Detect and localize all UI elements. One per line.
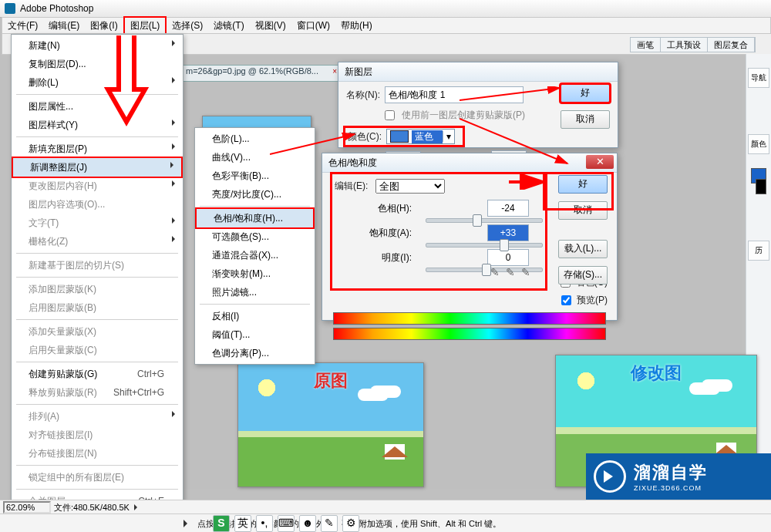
zoom-field[interactable]: 62.09% — [3, 501, 51, 513]
name-field[interactable] — [385, 86, 524, 103]
chevron-down-icon: ▾ — [443, 131, 454, 142]
menu-select[interactable]: 选择(S) — [167, 18, 208, 33]
panel-history[interactable]: 历 — [748, 241, 769, 261]
adjustment-submenu: 色阶(L)... 曲线(V)... 色彩平衡(B)... 亮度/对比度(C)..… — [194, 127, 315, 365]
dialog-title-bar[interactable]: 色相/饱和度 ✕ — [322, 153, 617, 173]
clip-label: 使用前一图层创建剪贴蒙版(P) — [402, 109, 525, 122]
adj-gradmap[interactable]: 渐变映射(M)... — [195, 264, 315, 283]
adj-posterize[interactable]: 色调分离(P)... — [195, 344, 315, 362]
chevron-right-icon — [172, 143, 178, 150]
separator — [200, 206, 310, 207]
eyedropper-plus-icon[interactable]: ✎ — [506, 266, 515, 278]
chevron-right-icon — [172, 120, 178, 126]
close-icon[interactable]: ✕ — [586, 155, 614, 169]
lm-enable-vmask: 启用矢量蒙版(C) — [12, 341, 183, 359]
clip-check[interactable] — [385, 110, 395, 120]
panel-tabs: 画笔 工具预设 图层复合 — [630, 37, 756, 52]
load-button[interactable]: 载入(L)... — [558, 240, 608, 258]
separator — [16, 465, 178, 466]
ok-button[interactable]: 好 — [558, 175, 608, 194]
document-close-icon[interactable]: × — [332, 67, 337, 76]
tip-bar: 点按以选择新的取样颜色的区域外框。要用附加选项，使用 Shift、Alt 和 C… — [0, 513, 771, 532]
app-title: Adobe Photoshop — [20, 3, 93, 14]
ime-s-icon[interactable]: S — [213, 515, 230, 532]
eyedropper-minus-icon[interactable]: ✎ — [521, 266, 530, 278]
chevron-right-icon[interactable] — [134, 504, 140, 510]
chevron-right-icon — [172, 40, 178, 46]
lig-value[interactable] — [487, 249, 529, 266]
play-icon — [594, 460, 626, 493]
lm-delete[interactable]: 删除(L) — [12, 73, 183, 92]
ok-button[interactable]: 好 — [561, 84, 610, 103]
lm-adjustment-layer[interactable]: 新调整图层(J) — [12, 157, 183, 178]
preview-label: 预览(P) — [577, 294, 608, 307]
lm-fill-layer[interactable]: 新填充图层(P) — [12, 140, 183, 158]
menu-edit[interactable]: 编辑(E) — [43, 18, 85, 33]
eyedropper-icon[interactable]: ✎ — [490, 266, 500, 278]
adj-hue-sat[interactable]: 色相/饱和度(H)... — [195, 207, 315, 229]
adj-brightcon[interactable]: 亮度/对比度(C)... — [195, 185, 315, 204]
preview-check[interactable] — [561, 295, 571, 305]
swatch-black[interactable] — [756, 179, 766, 194]
save-button[interactable]: 存储(S)... — [558, 266, 608, 285]
menu-view[interactable]: 视图(V) — [250, 18, 291, 33]
separator — [16, 319, 178, 320]
menu-file[interactable]: 文件(F) — [2, 18, 43, 33]
adj-threshold[interactable]: 阈值(T)... — [195, 325, 315, 344]
separator — [16, 404, 178, 405]
panel-navigator[interactable]: 导航 — [748, 68, 769, 88]
separator — [16, 489, 178, 490]
lm-duplicate[interactable]: 复制图层(D)... — [12, 55, 183, 73]
ime-tool-icon[interactable]: ✎ — [321, 515, 338, 532]
cancel-button[interactable]: 取消 — [561, 110, 610, 129]
lm-add-vmask: 添加矢量蒙版(X) — [12, 322, 183, 341]
lm-create-clip[interactable]: 创建剪贴蒙版(G)Ctrl+G — [12, 365, 183, 383]
lm-style[interactable]: 图层样式(Y) — [12, 116, 183, 134]
adj-selective[interactable]: 可选颜色(S)... — [195, 227, 315, 246]
layer-menu: 新建(N) 复制图层(D)... 删除(L) 图层属性... 图层样式(Y) 新… — [11, 34, 183, 532]
hue-value[interactable] — [487, 200, 529, 217]
tab-layer-comps[interactable]: 图层复合 — [708, 38, 755, 52]
ime-lang-icon[interactable]: 英 — [234, 515, 251, 532]
adj-photofilter[interactable]: 照片滤镜... — [195, 283, 315, 301]
ime-gear-icon[interactable]: ⚙ — [342, 515, 359, 532]
lig-label: 明度(I): — [365, 251, 412, 264]
cancel-button[interactable]: 取消 — [558, 201, 608, 220]
menu-bar: 文件(F) 编辑(E) 图像(I) 图层(L) 选择(S) 滤镜(T) 视图(V… — [2, 17, 771, 34]
dialog-title: 新图层 — [345, 66, 372, 77]
adj-invert[interactable]: 反相(I) — [195, 307, 315, 325]
lm-distribute: 分布链接图层(N) — [12, 444, 183, 463]
adj-levels[interactable]: 色阶(L)... — [195, 130, 315, 148]
separator — [16, 94, 178, 95]
ime-face-icon[interactable]: ☻ — [299, 515, 316, 532]
tab-brush[interactable]: 画笔 — [631, 38, 661, 52]
menu-image[interactable]: 图像(I) — [85, 18, 123, 33]
menu-help[interactable]: 帮助(H) — [335, 18, 378, 33]
panel-color[interactable]: 颜色 — [748, 134, 769, 154]
adj-chanmix[interactable]: 通道混合器(X)... — [195, 246, 315, 264]
document-tab[interactable]: m=26&gp=0.jpg @ 62.1%(RGB/8... × — [179, 65, 342, 82]
chevron-right-icon — [172, 411, 178, 417]
hue-label: 色相(H): — [365, 202, 412, 215]
dialog-title-bar[interactable]: 新图层 — [338, 62, 618, 82]
menu-window[interactable]: 窗口(W) — [291, 18, 335, 33]
menu-layer[interactable]: 图层(L) — [123, 16, 167, 35]
edit-select[interactable]: 全图 — [375, 179, 445, 194]
lm-properties[interactable]: 图层属性... — [12, 97, 183, 116]
hue-slider[interactable] — [426, 218, 543, 223]
lm-slice: 新建基于图层的切片(S) — [12, 256, 183, 274]
tab-tool-presets[interactable]: 工具预设 — [661, 38, 708, 52]
ime-keyboard-icon[interactable]: ⌨ — [278, 515, 295, 532]
dialog-title: 色相/饱和度 — [328, 157, 377, 168]
lm-new[interactable]: 新建(N) — [12, 36, 183, 55]
adj-curves[interactable]: 曲线(V)... — [195, 148, 315, 167]
watermark-sub: ZIXUE.3D66.COM — [634, 484, 708, 492]
color-select[interactable]: 蓝色 ▾ — [386, 129, 455, 144]
ime-punct-icon[interactable]: •, — [256, 515, 273, 532]
status-file: 文件:480.5K/480.5K — [54, 502, 130, 513]
menu-filter[interactable]: 滤镜(T) — [208, 18, 249, 33]
adj-colorbal[interactable]: 色彩平衡(B)... — [195, 167, 315, 185]
lm-enable-mask: 启用图层蒙版(B) — [12, 298, 183, 317]
sat-slider[interactable] — [426, 243, 543, 247]
chevron-right-icon — [172, 236, 178, 242]
